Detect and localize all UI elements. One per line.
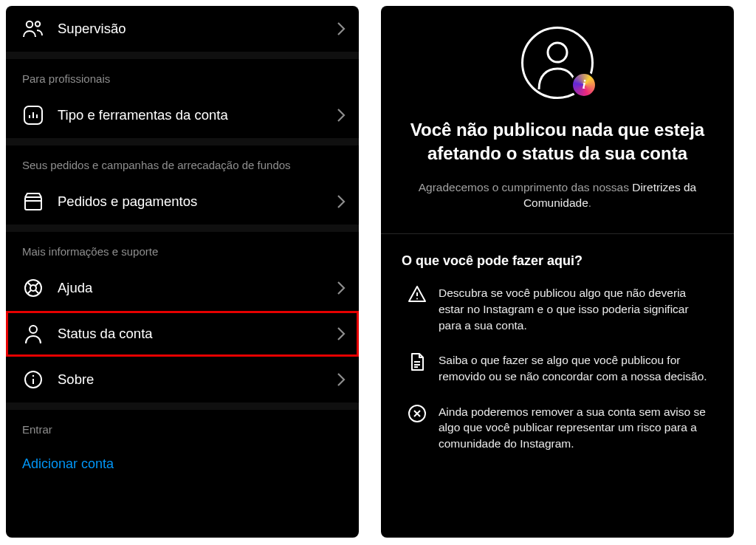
section-header-pro: Para profissionais [6, 59, 359, 92]
document-icon [408, 352, 427, 371]
status-subtitle: Agradecemos o cumprimento das nossas Dir… [408, 179, 707, 211]
svg-point-9 [548, 43, 567, 62]
chevron-right-icon [337, 194, 346, 209]
what-item-text: Ainda poderemos remover a sua conta sem … [439, 404, 713, 452]
svg-point-5 [30, 285, 36, 291]
chart-icon [22, 104, 44, 126]
status-title: Você não publicou nada que esteja afetan… [408, 118, 707, 166]
menu-item-label: Pedidos e pagamentos [58, 193, 337, 210]
svg-point-8 [32, 375, 34, 377]
section-divider [6, 224, 359, 232]
hero-icon: i [408, 27, 707, 99]
menu-item-label: Ajuda [58, 280, 337, 296]
box-icon [22, 191, 44, 213]
menu-item-label: Tipo e ferramentas da conta [58, 107, 337, 123]
what-you-can-do-section: O que você pode fazer aqui? Descubra se … [381, 234, 734, 479]
settings-menu-panel: Supervisão Para profissionais Tipo e fer… [6, 6, 359, 538]
svg-point-1 [35, 21, 40, 26]
x-circle-icon [408, 404, 427, 423]
chevron-right-icon [337, 372, 346, 387]
chevron-right-icon [337, 281, 346, 295]
svg-rect-3 [25, 197, 41, 210]
menu-item-orders-payments[interactable]: Pedidos e pagamentos [6, 179, 359, 224]
menu-item-label: Supervisão [58, 21, 337, 37]
section-header-login: Entrar [6, 410, 359, 443]
section-header-fundraising: Seus pedidos e campanhas de arrecadação … [6, 145, 359, 179]
chevron-right-icon [337, 21, 346, 36]
info-icon [22, 369, 44, 391]
account-status-panel: i Você não publicou nada que esteja afet… [381, 6, 734, 538]
what-item-text: Descubra se você publicou algo que não d… [439, 285, 713, 333]
supervision-icon [22, 18, 44, 40]
what-item-learn: Saiba o que fazer se algo que você publi… [402, 352, 713, 384]
status-hero: i Você não publicou nada que esteja afet… [381, 6, 734, 233]
what-item-remove: Ainda poderemos remover a sua conta sem … [402, 404, 713, 452]
section-header-info-support: Mais informações e suporte [6, 232, 359, 265]
what-title: O que você pode fazer aqui? [402, 253, 713, 269]
svg-point-0 [27, 21, 32, 27]
menu-item-account-tools[interactable]: Tipo e ferramentas da conta [6, 92, 359, 138]
what-item-discover: Descubra se você publicou algo que não d… [402, 285, 713, 333]
svg-point-6 [30, 326, 37, 333]
menu-item-account-status[interactable]: Status da conta [6, 311, 359, 357]
what-item-text: Saiba o que fazer se algo que você publi… [439, 352, 713, 384]
profile-outline-icon: i [521, 27, 594, 99]
info-badge-icon: i [571, 72, 597, 98]
menu-item-about[interactable]: Sobre [6, 357, 359, 402]
menu-item-label: Sobre [58, 371, 337, 388]
add-account-label: Adicionar conta [22, 456, 114, 471]
section-divider [6, 138, 359, 145]
menu-item-label: Status da conta [58, 326, 337, 342]
section-divider [6, 402, 359, 410]
menu-item-help[interactable]: Ajuda [6, 265, 359, 311]
chevron-right-icon [337, 108, 346, 123]
help-icon [22, 277, 44, 299]
menu-item-supervision[interactable]: Supervisão [6, 6, 359, 52]
chevron-right-icon [337, 326, 346, 341]
section-divider [6, 52, 359, 59]
warning-triangle-icon [408, 285, 427, 304]
svg-point-10 [416, 298, 418, 300]
add-account-link[interactable]: Adicionar conta [6, 443, 359, 479]
person-icon [22, 323, 44, 345]
